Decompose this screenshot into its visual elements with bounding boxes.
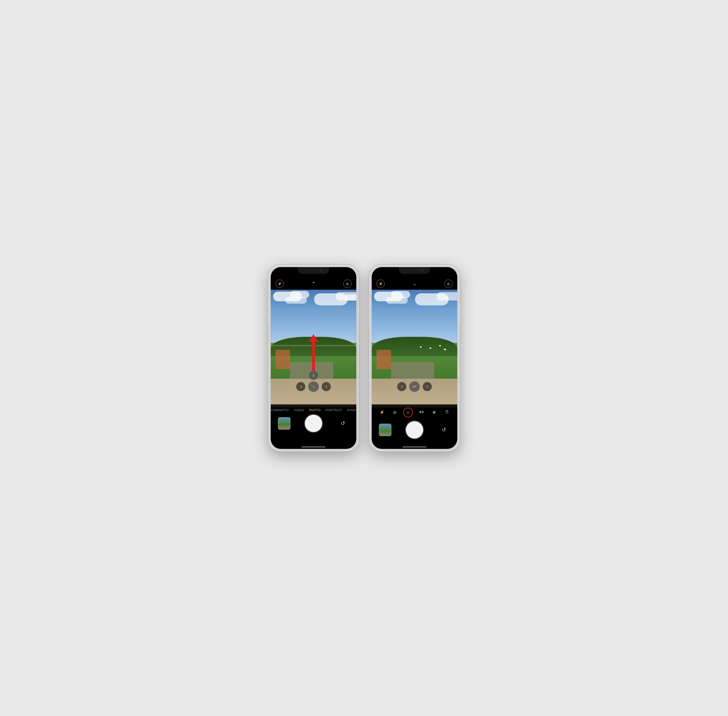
toolbar-ratio-button[interactable]: 4:3 (417, 408, 426, 416)
mode-cinematic[interactable]: CINEMATIC (271, 408, 289, 412)
photo-mode-icon: ⬡ (406, 411, 410, 414)
live-icon-left: ◎ (346, 282, 349, 286)
flash-button-left[interactable]: ⚡ (276, 280, 284, 288)
mode-portrait[interactable]: PORTRAIT (326, 408, 342, 412)
zoom-3x-left[interactable]: 3 (322, 382, 331, 391)
viewfinder-left[interactable]: 1 .5 1 3 (271, 290, 356, 408)
front-camera-left (320, 269, 322, 272)
camera-ui-left: ⚡ ⌃ ◎ (271, 267, 356, 449)
toolbar-live-right[interactable]: ◎ (390, 408, 399, 416)
top-controls-right: ⚡ ⌄ ◎ (372, 278, 457, 290)
ratio-icon: 4:3 (419, 410, 423, 414)
flip-camera-button-left[interactable]: ↺ (337, 417, 349, 430)
volume-up-right[interactable] (369, 298, 369, 309)
zoom-3x-right[interactable]: 3 (423, 382, 432, 391)
zoom-half-left[interactable]: .5 (296, 382, 305, 391)
bottom-bar-right: ⚡ ◎ ⬡ 4:3 ⊕ (372, 404, 457, 449)
chevron-up-button[interactable]: ⌃ (309, 280, 318, 288)
shutter-button-left[interactable] (305, 415, 322, 432)
photo-thumbnail-left[interactable] (278, 417, 290, 430)
flash-icon-right: ⚡ (379, 282, 383, 286)
zoom-selector-left: .5 1 3 (296, 381, 331, 392)
flip-icon-left: ↺ (341, 420, 345, 426)
live-icon-right: ◎ (447, 282, 450, 286)
thumbnail-preview-right (379, 424, 391, 436)
chevron-down-button[interactable]: ⌄ (410, 280, 419, 288)
mode-pano[interactable]: PANO (347, 408, 356, 412)
toolbar-photo-mode-button[interactable]: ⬡ (403, 408, 413, 417)
toolbar-hdr-button[interactable]: ⊕ (430, 408, 438, 416)
toolbar-flash-right[interactable]: ⚡ (378, 408, 386, 416)
page-container: ⚡ ⌃ ◎ (268, 264, 460, 452)
flash-button-right[interactable]: ⚡ (376, 280, 385, 288)
chevron-down-icon: ⌄ (413, 281, 417, 287)
arrow-head (309, 334, 318, 342)
camera-ui-right: ⚡ ⌄ ◎ (372, 267, 457, 449)
thumbnail-preview-left (278, 418, 290, 429)
phone-screen-left: ⚡ ⌃ ◎ (271, 267, 356, 449)
power-button-right[interactable] (460, 303, 461, 322)
volume-down-right[interactable] (369, 313, 369, 324)
live-button-right[interactable]: ◎ (444, 280, 452, 288)
toolbar-row-right: ⚡ ◎ ⬡ 4:3 ⊕ (372, 406, 457, 419)
volume-down-button[interactable] (267, 313, 268, 324)
flip-icon-right: ↺ (442, 427, 446, 433)
toolbar-live-icon: ◎ (393, 410, 396, 414)
mode-photo-active[interactable]: PHOTO (309, 408, 321, 412)
playground-right (376, 350, 391, 369)
notch-right (399, 267, 430, 274)
top-controls-left: ⚡ ⌃ ◎ (271, 278, 356, 290)
playground-left (276, 350, 290, 369)
zoom-half-right[interactable]: .5 (397, 382, 406, 391)
notch-left (298, 267, 329, 274)
silent-switch (267, 286, 268, 294)
mode-video[interactable]: VIDEO (294, 408, 304, 412)
phone-right: ⚡ ⌄ ◎ (369, 264, 460, 452)
arrow-shaft (312, 342, 315, 371)
swipe-arrow: 1 (309, 334, 318, 380)
viewfinder-right[interactable]: .5 1× 3 (372, 290, 457, 408)
timer-icon: ⏱ (445, 410, 449, 414)
bottom-bar-left: CINEMATIC VIDEO PHOTO PORTRAIT PANO ↺ (271, 404, 356, 449)
zoom-1x-left[interactable]: 1 (308, 381, 319, 392)
home-indicator-right (402, 446, 426, 448)
mode-selector-left: CINEMATIC VIDEO PHOTO PORTRAIT PANO (271, 404, 356, 412)
live-button-left[interactable]: ◎ (343, 280, 352, 288)
phone-left: ⚡ ⌃ ◎ (268, 264, 359, 452)
zoom-selector-right: .5 1× 3 (397, 381, 432, 392)
silent-switch-right (369, 286, 369, 294)
zoom-1x-right-active[interactable]: 1× (409, 381, 420, 392)
front-camera-right (421, 269, 423, 272)
toolbar-timer-button[interactable]: ⏱ (443, 408, 451, 416)
hdr-icon: ⊕ (432, 410, 436, 414)
arrow-base-circle: 1 (309, 371, 318, 380)
chevron-up-icon: ⌃ (312, 281, 315, 287)
toolbar-flash-icon: ⚡ (380, 410, 384, 414)
photo-thumbnail-right[interactable] (379, 424, 391, 436)
home-indicator-left (302, 446, 326, 448)
flip-camera-button-right[interactable]: ↺ (438, 424, 450, 436)
power-button[interactable] (359, 303, 359, 322)
phone-screen-right: ⚡ ⌄ ◎ (372, 267, 457, 449)
shutter-row-left: ↺ (271, 414, 356, 433)
shutter-row-right: ↺ (372, 420, 457, 440)
flash-icon-left: ⚡ (278, 282, 282, 286)
shutter-button-right[interactable] (406, 421, 423, 438)
sheep4 (444, 349, 446, 350)
volume-up-button[interactable] (267, 298, 268, 309)
